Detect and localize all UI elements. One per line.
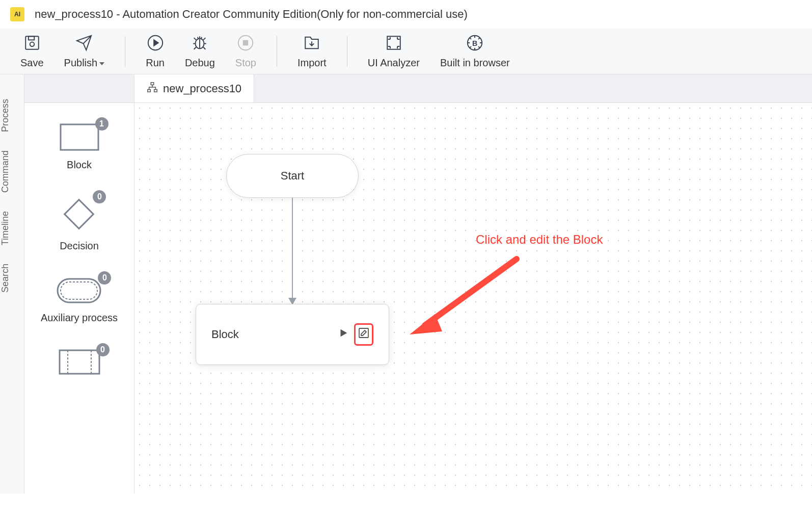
side-tabs: Process Command Timeline Search: [0, 74, 24, 494]
toolbar-group-run: Run Debug Stop: [146, 34, 256, 69]
stop-button: Stop: [235, 34, 256, 69]
built-in-browser-label: Built in browser: [440, 57, 510, 69]
palette-item-block[interactable]: 1 Block: [60, 123, 99, 171]
stop-icon: [236, 34, 255, 52]
import-button[interactable]: Import: [297, 34, 327, 69]
palette: 1 Block 0 Decision 0 Auxiliary process: [24, 74, 134, 494]
app-logo-text: AI: [14, 11, 20, 18]
side-tab-timeline[interactable]: Timeline: [0, 202, 24, 254]
save-icon: [23, 34, 41, 52]
save-label: Save: [20, 57, 44, 69]
start-node-label: Start: [281, 169, 304, 183]
run-label: Run: [146, 57, 165, 69]
side-tab-process[interactable]: Process: [0, 90, 24, 141]
palette-item-decision[interactable]: 0 Decision: [60, 196, 99, 252]
svg-rect-21: [359, 328, 368, 338]
toolbar-group-tools: UI Analyzer B Built in browser: [368, 34, 510, 69]
debug-icon: [191, 34, 209, 52]
palette-block-label: Block: [67, 159, 92, 171]
run-button[interactable]: Run: [146, 34, 165, 69]
titlebar: AI new_process10 - Automation Creator Co…: [0, 0, 812, 29]
block-node-label: Block: [211, 328, 239, 341]
svg-rect-11: [61, 124, 98, 150]
side-tab-search[interactable]: Search: [0, 254, 24, 302]
debug-label: Debug: [185, 57, 215, 69]
ui-analyzer-button[interactable]: UI Analyzer: [368, 34, 420, 69]
hint-arrow-icon: [404, 254, 527, 336]
toolbar: Save Publish Run: [0, 29, 812, 74]
start-node[interactable]: Start: [226, 154, 359, 198]
svg-point-1: [30, 42, 35, 47]
toolbar-group-import: Import: [297, 34, 327, 69]
save-button[interactable]: Save: [20, 34, 44, 69]
svg-rect-0: [25, 36, 39, 49]
svg-rect-19: [148, 89, 151, 92]
canvas-tab-label: new_process10: [163, 82, 241, 95]
fourth-count-badge: 0: [96, 343, 110, 356]
chevron-down-icon: [99, 62, 104, 65]
svg-rect-7: [243, 41, 248, 45]
svg-rect-12: [65, 200, 94, 229]
toolbar-divider: [347, 36, 347, 67]
side-tab-command[interactable]: Command: [0, 141, 24, 202]
publish-button[interactable]: Publish: [64, 34, 105, 69]
svg-rect-14: [61, 282, 97, 299]
svg-rect-15: [60, 350, 99, 374]
block-node[interactable]: Block: [196, 304, 389, 365]
palette-decision-label: Decision: [60, 240, 99, 252]
block-shape-icon: 1: [60, 123, 99, 153]
palette-auxiliary-label: Auxiliary process: [41, 312, 118, 324]
decision-count-badge: 0: [93, 190, 106, 203]
app-logo: AI: [10, 7, 24, 21]
edit-icon[interactable]: [358, 327, 370, 342]
import-label: Import: [297, 57, 327, 69]
stop-label: Stop: [235, 57, 256, 69]
app-title: new_process10 - Automation Creator Commu…: [35, 8, 468, 21]
run-icon: [146, 34, 165, 52]
publish-icon: [75, 34, 93, 52]
auxiliary-count-badge: 0: [98, 271, 111, 285]
svg-rect-2: [29, 36, 34, 40]
svg-marker-23: [410, 314, 442, 334]
svg-rect-18: [151, 82, 154, 85]
ui-analyzer-label: UI Analyzer: [368, 57, 420, 69]
toolbar-divider: [125, 36, 125, 67]
svg-rect-20: [154, 89, 157, 92]
canvas-tab-strip: new_process10: [134, 74, 812, 103]
toolbar-group-file: Save Publish: [20, 34, 104, 69]
browser-icon: B: [466, 34, 484, 52]
main-area: Process Command Timeline Search 1 Block …: [0, 74, 812, 494]
connector-arrow: [292, 198, 293, 304]
auxiliary-shape-icon: 0: [56, 277, 102, 306]
flowchart-icon: [147, 82, 158, 96]
debug-button[interactable]: Debug: [185, 34, 215, 69]
palette-tab-strip: [24, 74, 134, 103]
canvas[interactable]: Start Block: [134, 103, 812, 494]
svg-rect-13: [58, 279, 100, 302]
toolbar-divider: [277, 36, 277, 67]
ui-analyzer-icon: [385, 34, 403, 52]
svg-text:B: B: [472, 39, 477, 47]
publish-label: Publish: [64, 57, 105, 69]
canvas-tab-process[interactable]: new_process10: [134, 74, 254, 102]
fourth-shape-icon: 0: [59, 349, 100, 377]
palette-item-auxiliary[interactable]: 0 Auxiliary process: [41, 277, 118, 324]
svg-rect-8: [387, 36, 400, 49]
import-icon: [303, 34, 321, 52]
built-in-browser-button[interactable]: B Built in browser: [440, 34, 510, 69]
block-count-badge: 1: [95, 117, 109, 131]
svg-line-22: [425, 259, 517, 325]
hint-text: Click and edit the Block: [476, 233, 603, 247]
palette-item-fourth[interactable]: 0: [59, 349, 100, 377]
decision-shape-icon: 0: [61, 196, 97, 234]
play-icon[interactable]: [338, 327, 349, 342]
block-node-actions: [338, 323, 373, 346]
edit-button-highlight: [354, 323, 373, 346]
